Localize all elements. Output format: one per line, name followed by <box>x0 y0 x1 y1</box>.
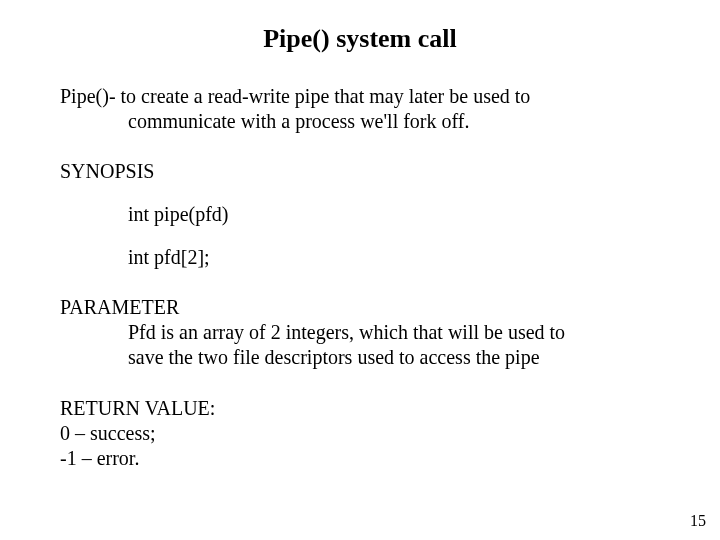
synopsis-label: SYNOPSIS <box>60 160 660 183</box>
intro-block: Pipe()- to create a read-write pipe that… <box>60 84 660 134</box>
return-label: RETURN VALUE: <box>60 396 660 421</box>
page-number: 15 <box>690 512 706 530</box>
intro-line-2: communicate with a process we'll fork of… <box>60 109 660 134</box>
parameter-block: PARAMETER Pfd is an array of 2 integers,… <box>60 295 660 370</box>
synopsis-line-2: int pfd[2]; <box>60 246 660 269</box>
parameter-label: PARAMETER <box>60 295 660 320</box>
slide: Pipe() system call Pipe()- to create a r… <box>0 0 720 540</box>
return-block: RETURN VALUE: 0 – success; -1 – error. <box>60 396 660 471</box>
intro-line-1: Pipe()- to create a read-write pipe that… <box>60 84 660 109</box>
parameter-line-2: save the two file descriptors used to ac… <box>60 345 660 370</box>
return-line-1: 0 – success; <box>60 421 660 446</box>
slide-title: Pipe() system call <box>60 24 660 54</box>
return-line-2: -1 – error. <box>60 446 660 471</box>
synopsis-line-1: int pipe(pfd) <box>60 203 660 226</box>
parameter-line-1: Pfd is an array of 2 integers, which tha… <box>60 320 660 345</box>
